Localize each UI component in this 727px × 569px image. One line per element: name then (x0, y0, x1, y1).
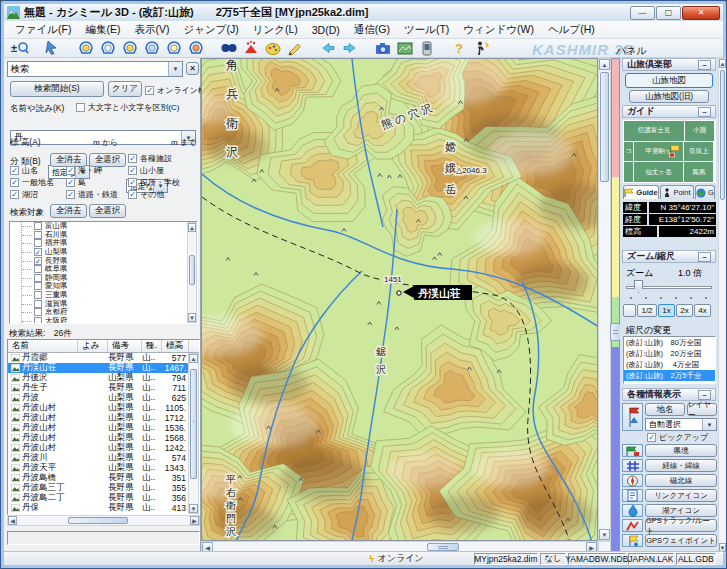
prev-icon[interactable] (318, 40, 338, 57)
minimize-button[interactable]: — (630, 6, 655, 20)
column-header-備考[interactable]: 備考 (108, 340, 142, 352)
scroll-thumb[interactable] (600, 72, 609, 182)
menu-ウィンドウ(W)[interactable]: ウィンドウ(W) (456, 21, 541, 39)
zoom-button-blank[interactable] (623, 304, 636, 317)
jump-4-icon[interactable] (142, 40, 162, 57)
auto-select-combobox[interactable]: 自動選択▼ (645, 418, 717, 431)
lake-icon[interactable] (622, 504, 643, 517)
panel-scrollbar[interactable]: ▲ ▼ (718, 58, 727, 553)
zoom-scale-icon[interactable]: ± (10, 40, 30, 57)
layer-button[interactable]: レイヤー (687, 403, 717, 416)
minimize-section-button[interactable]: – (698, 252, 711, 262)
tree-item-愛知県[interactable]: 愛知県 (10, 282, 197, 291)
search-results-table[interactable]: 名前よみ備考種.標高 丹霞郷長野県山..577丹渓山荘長野県山..1467.丹後… (7, 339, 200, 515)
scroll-thumb[interactable] (427, 543, 459, 551)
jump-3-icon[interactable] (120, 40, 140, 57)
経線・緯線-button[interactable]: 経線・緯線 (645, 459, 717, 472)
clear-button[interactable]: クリア (108, 81, 142, 97)
image-map-icon[interactable] (395, 40, 415, 57)
category-checkbox-山小屋[interactable]: ✓山小屋 (128, 165, 164, 176)
scroll-thumb[interactable] (68, 517, 128, 524)
scroll-down-arrow[interactable]: ▼ (189, 504, 198, 513)
zoom-button-1/2[interactable]: 1/2 (637, 304, 657, 317)
tree-item-富山県[interactable]: 富山県 (10, 222, 197, 231)
panel-close-button[interactable]: ✕ (186, 62, 199, 75)
scale-option[interactable]: (改訂:山旅) 2万5千全 (624, 370, 715, 381)
tree-item-岐阜県[interactable]: 岐阜県 (10, 265, 197, 274)
map-viewport[interactable]: 角兵衛沢熊の穴沢嫦娥岳△2046.31451鋸沢平右衛門沢 丹渓山荘 (201, 58, 598, 541)
map-vscrollbar[interactable]: ▲ ▼ (598, 58, 611, 541)
guide-cell[interactable]: 小淵 (685, 121, 714, 141)
GPSトラック/ルート-button[interactable]: GPSトラック/ルート (645, 519, 717, 532)
jump-6-icon[interactable] (186, 40, 206, 57)
磁北線-button[interactable]: 磁北線 (645, 474, 717, 487)
scroll-right-arrow[interactable]: ▶ (190, 516, 199, 525)
prefecture-border-icon[interactable] (622, 444, 643, 457)
search-start-button[interactable]: 検索開始(S) (10, 81, 104, 97)
case-sensitive-checkbox[interactable]: 大文字と小文字を区別(C) (76, 102, 179, 113)
menu-ツール(T)[interactable]: ツール(T) (397, 21, 456, 39)
zoom-button-1x[interactable]: 1x (658, 304, 675, 317)
menu-ファイル(F)[interactable]: ファイル(F) (8, 21, 78, 39)
zoom-button-2x[interactable]: 2x (676, 304, 693, 317)
category-checkbox-その他[interactable]: ✓その他 (128, 189, 164, 200)
tab-point[interactable]: Point (660, 185, 694, 199)
column-header-名前[interactable]: 名前 (8, 340, 78, 352)
category-checkbox-湖沼[interactable]: ✓湖沼 (10, 189, 38, 200)
scroll-thumb[interactable] (720, 70, 725, 200)
yamatabi-map-old-button[interactable]: 山旅地図(旧) (629, 90, 709, 103)
select-icon[interactable] (43, 40, 63, 57)
scale-option[interactable]: (改訂:山旅) 20万全国 (624, 348, 715, 359)
scroll-left-arrow[interactable]: ◀ (8, 516, 17, 525)
tree-item-福井県[interactable]: 福井県 (10, 239, 197, 248)
magnetic-north-icon[interactable] (622, 474, 643, 487)
column-header-よみ[interactable]: よみ (78, 340, 108, 352)
tree-item-京都府[interactable]: 京都府 (10, 308, 197, 317)
scale-option[interactable]: (改訂:山旅) 80万全国 (624, 337, 715, 348)
tab-guide[interactable]: Guide (623, 185, 659, 199)
palette-icon[interactable] (263, 40, 283, 57)
pickup-checkbox[interactable]: ✓ピックアップ (647, 432, 708, 443)
jump-2-icon[interactable] (98, 40, 118, 57)
scroll-up-arrow[interactable]: ▲ (599, 59, 610, 70)
guide-cell[interactable]: 長坂上 (684, 142, 713, 162)
column-header-標高[interactable]: 標高 (162, 340, 189, 352)
tree-item-三重県[interactable]: 三重県 (10, 291, 197, 300)
table-row[interactable]: 丹保長野県山..413 (8, 503, 199, 513)
zoom-slider[interactable] (626, 280, 712, 294)
リンクアイコン-button[interactable]: リンクアイコン (645, 489, 717, 502)
menu-ヘルプ(H)[interactable]: ヘルプ(H) (541, 21, 602, 39)
category-checkbox-一般地名[interactable]: ✓一般地名 (10, 177, 54, 188)
prefecture-tree-list[interactable]: 富山県石川県福井県✓山梨県✓長野県岐阜県静岡県愛知県三重県滋賀県京都府大阪府 ▲… (9, 221, 198, 324)
guide-cell[interactable]: 甲斐駒ヶ (634, 142, 683, 162)
pencil-icon[interactable] (285, 40, 305, 57)
category-checkbox-道路・鉄道[interactable]: ✓道路・鉄道 (66, 189, 118, 200)
slider-thumb[interactable] (634, 280, 643, 293)
tab-g[interactable]: G (695, 185, 715, 199)
scroll-thumb[interactable] (190, 369, 197, 479)
menu-通信(G)[interactable]: 通信(G) (347, 21, 397, 39)
gps-track-icon[interactable] (622, 519, 643, 532)
layer-range-bar[interactable] (611, 58, 620, 553)
scroll-up-arrow[interactable]: ▲ (188, 223, 196, 232)
placename-icon[interactable] (622, 403, 643, 431)
tree-scrollbar[interactable]: ▲ ▼ (187, 222, 197, 323)
gps-waypoint-icon[interactable] (622, 534, 643, 547)
panel-selector-combobox[interactable]: 検索▼ (7, 61, 183, 77)
guide-cell[interactable]: 仙丈ヶ岳 (634, 162, 683, 182)
menu-編集(E)[interactable]: 編集(E) (78, 21, 127, 39)
target-select-all-button[interactable]: 全選択 (89, 204, 126, 218)
tree-item-大阪府[interactable]: 大阪府 (10, 317, 197, 324)
scroll-down-arrow[interactable]: ▼ (188, 313, 196, 322)
help-icon[interactable]: ? (450, 40, 470, 57)
table-hscrollbar[interactable]: ◀ ▶ (7, 515, 200, 526)
guide-index-map[interactable]: 信濃富士見小淵コ甲斐駒ヶ長坂上仙丈ヶ岳鳳凰 (623, 120, 716, 183)
県境-button[interactable]: 県境 (645, 444, 717, 457)
exit-icon[interactable] (472, 40, 492, 57)
category-checkbox-役所・学校[interactable]: ✓役所・学校 (128, 177, 180, 188)
volcano-icon[interactable] (241, 40, 261, 57)
binoculars-icon[interactable] (219, 40, 239, 57)
category-checkbox-海・岬[interactable]: ✓海・岬 (66, 165, 102, 176)
target-clear-all-button[interactable]: 全消去 (50, 204, 87, 218)
link-icon[interactable] (622, 489, 643, 502)
